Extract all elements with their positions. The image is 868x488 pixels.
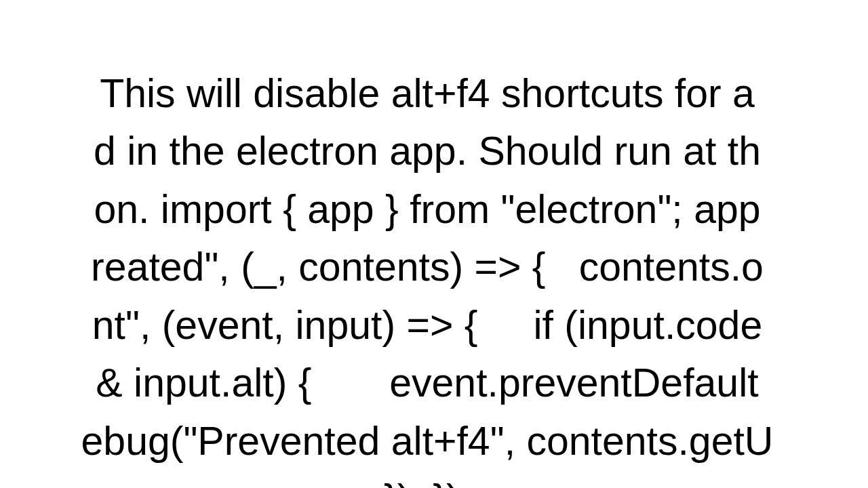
code-line-7: ebug("Prevented alt+f4", contents.getU [81, 419, 774, 464]
code-line-4: reated", (_, contents) => { contents.o [91, 245, 764, 289]
code-line-8: }); }); [384, 476, 471, 488]
code-line-5: nt", (event, input) => { if (input.code [92, 303, 762, 348]
code-line-2: d in the electron app. Should run at th [94, 129, 761, 174]
code-line-3: on. import { app } from "electron"; app [94, 187, 760, 232]
code-snippet-block: This will disable alt+f4 shortcuts for a… [0, 7, 868, 488]
code-line-6: & input.alt) { event.preventDefault [96, 361, 758, 405]
code-line-1: This will disable alt+f4 shortcuts for a [100, 71, 755, 116]
